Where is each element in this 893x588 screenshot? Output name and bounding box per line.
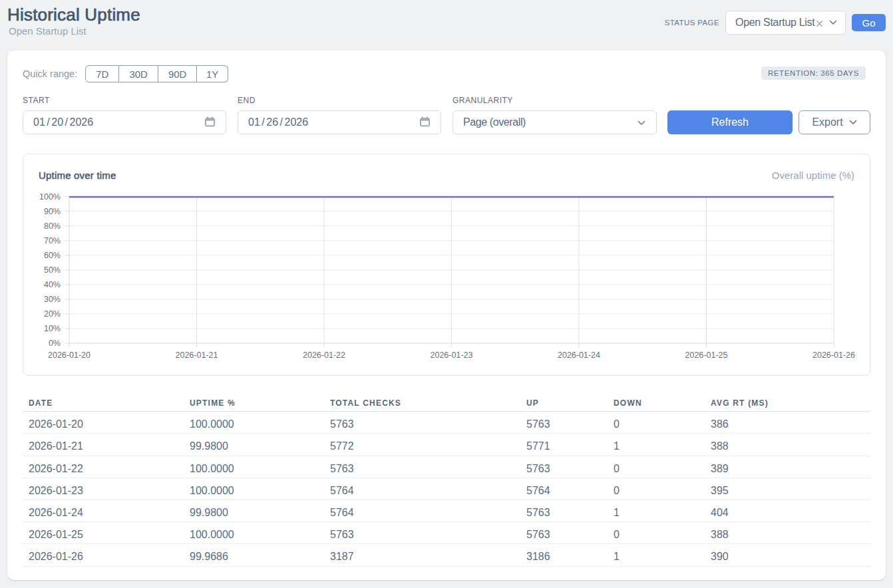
svg-text:0%: 0% <box>49 339 61 348</box>
svg-text:30%: 30% <box>44 295 61 304</box>
svg-text:90%: 90% <box>44 207 61 216</box>
svg-text:50%: 50% <box>44 265 61 275</box>
svg-text:2026-01-23: 2026-01-23 <box>431 351 473 360</box>
svg-text:100%: 100% <box>39 192 61 202</box>
svg-text:2026-01-21: 2026-01-21 <box>176 351 218 360</box>
svg-text:2026-01-22: 2026-01-22 <box>303 351 345 360</box>
svg-text:2026-01-26: 2026-01-26 <box>812 351 855 360</box>
svg-text:2026-01-20: 2026-01-20 <box>48 351 90 360</box>
svg-text:10%: 10% <box>44 324 61 333</box>
svg-text:20%: 20% <box>44 309 61 319</box>
svg-text:80%: 80% <box>44 221 61 231</box>
svg-text:2026-01-24: 2026-01-24 <box>558 351 600 360</box>
svg-text:2026-01-25: 2026-01-25 <box>685 351 728 360</box>
svg-text:40%: 40% <box>44 280 61 289</box>
svg-text:70%: 70% <box>44 236 61 245</box>
svg-text:60%: 60% <box>44 251 61 260</box>
